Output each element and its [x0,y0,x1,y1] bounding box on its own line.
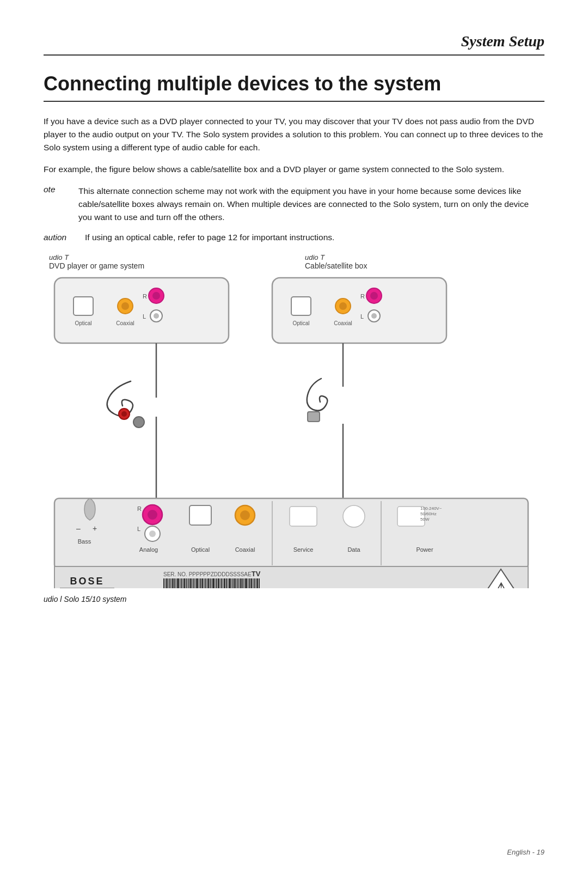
section-header: System Setup [44,33,544,56]
caution-block: aution If using an optical cable, refer … [44,233,544,242]
diagram-area: udio T DVD player or game system udio T … [44,253,544,603]
note-label: ote [44,185,70,224]
svg-rect-100 [220,578,220,588]
audio-l-label: udio l [44,595,62,603]
svg-rect-97 [215,578,216,588]
svg-text:–: – [76,524,81,533]
device-labels-row: udio T DVD player or game system udio T … [44,253,544,270]
svg-point-4 [121,302,129,310]
svg-rect-115 [244,578,244,588]
svg-rect-87 [199,578,199,588]
svg-rect-106 [229,578,231,588]
svg-text:L: L [137,526,140,532]
svg-rect-110 [236,578,237,588]
svg-rect-88 [200,578,201,588]
svg-point-41 [149,531,156,537]
svg-text:L: L [360,313,364,320]
svg-text:+: + [93,524,97,533]
svg-rect-82 [190,578,192,588]
svg-text:Data: Data [347,546,360,553]
svg-point-26 [121,411,127,417]
svg-rect-77 [182,578,183,588]
svg-rect-49 [290,507,317,526]
svg-rect-112 [239,578,240,588]
svg-text:⚠: ⚠ [497,581,506,588]
svg-point-38 [148,510,157,520]
svg-text:Optical: Optical [75,320,91,326]
device-name-right: Cable/satellite box [305,261,544,270]
svg-text:TV: TV [252,570,261,578]
svg-rect-101 [221,578,222,588]
svg-rect-121 [254,578,255,588]
svg-point-27 [133,417,144,428]
svg-rect-84 [193,578,194,588]
svg-point-51 [343,505,365,527]
caution-text: If using an optical cable, refer to page… [85,233,334,242]
page-heading: Connecting multiple devices to the syste… [44,72,544,102]
svg-text:R: R [143,293,147,300]
svg-point-20 [370,292,378,300]
svg-rect-103 [224,578,225,588]
svg-rect-108 [232,578,234,588]
svg-rect-70 [171,578,171,588]
svg-rect-30 [308,412,320,422]
svg-rect-67 [166,578,168,588]
svg-text:Bass: Bass [78,538,91,545]
svg-text:50W: 50W [420,517,430,522]
svg-rect-92 [206,578,207,588]
svg-text:Service: Service [293,546,314,553]
audio-t-label-right: udio T [305,253,544,261]
svg-rect-124 [259,578,260,588]
note-block: ote This alternate connection scheme may… [44,185,544,224]
svg-rect-109 [234,578,236,588]
svg-rect-75 [180,578,180,588]
svg-text:SER. NO.  PPPPPPZDDDDSSSSAE: SER. NO. PPPPPPZDDDDSSSSAE [163,571,252,577]
svg-rect-78 [183,578,185,588]
svg-rect-85 [195,578,195,588]
svg-point-8 [152,292,160,300]
svg-rect-79 [186,578,187,588]
diagram-svg: Optical Coaxial R L Optical [44,272,544,588]
svg-rect-105 [228,578,228,588]
svg-rect-119 [250,578,252,588]
svg-text:Coaxial: Coaxial [334,320,352,326]
svg-rect-99 [218,578,219,588]
svg-rect-96 [212,578,215,588]
body-paragraph-2: For example, the figure below shows a ca… [44,163,544,176]
svg-rect-91 [205,578,206,588]
svg-rect-66 [165,578,166,588]
svg-rect-90 [204,578,204,588]
svg-point-11 [154,313,159,319]
svg-rect-107 [231,578,232,588]
svg-rect-71 [172,578,174,588]
svg-rect-80 [187,578,188,588]
note-text: This alternate connection scheme may not… [78,185,544,224]
svg-rect-59 [54,566,528,588]
device-name-left: DVD player or game system [49,261,294,270]
svg-rect-94 [210,578,211,588]
svg-rect-116 [245,578,247,588]
svg-rect-43 [189,505,211,525]
svg-rect-86 [196,578,198,588]
svg-text:50/60Hz: 50/60Hz [420,511,437,516]
svg-point-23 [371,313,377,319]
svg-rect-93 [207,578,209,588]
caution-label: aution [44,233,76,242]
svg-rect-123 [256,578,258,588]
svg-rect-98 [216,578,217,588]
svg-rect-118 [249,578,250,588]
svg-text:Optical: Optical [191,546,210,553]
svg-rect-83 [192,578,193,588]
svg-rect-65 [163,578,164,588]
solo-system-label: Solo 15/10 system [64,595,126,603]
svg-rect-74 [177,578,179,588]
svg-rect-89 [201,578,203,588]
svg-rect-113 [240,578,242,588]
svg-rect-111 [237,578,238,588]
svg-text:Analog: Analog [139,546,158,553]
svg-text:L: L [143,313,146,320]
svg-rect-1 [74,297,93,315]
device-label-left: udio T DVD player or game system [44,253,294,270]
device-label-right: udio T Cable/satellite box [294,253,544,270]
svg-rect-102 [223,578,223,588]
